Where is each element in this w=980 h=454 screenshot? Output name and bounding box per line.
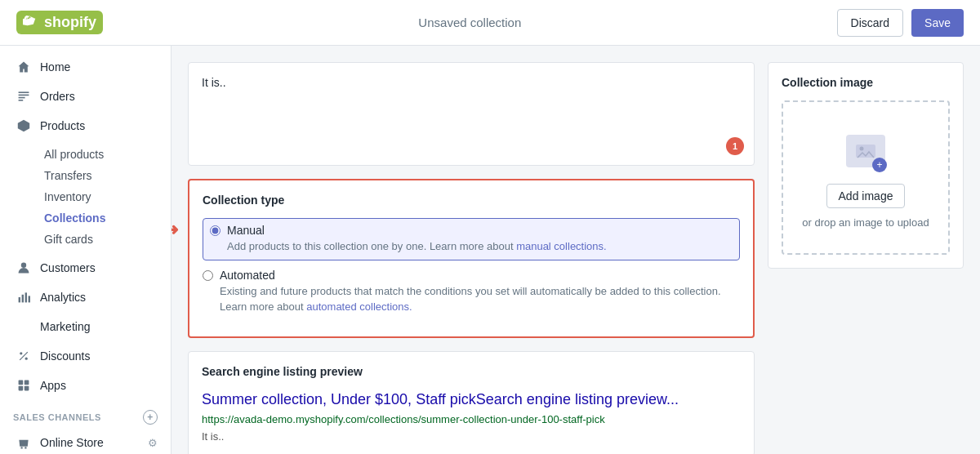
svg-rect-2: [19, 97, 25, 99]
sidebar: Home Orders Products All products Transf…: [0, 46, 172, 454]
svg-rect-7: [25, 292, 27, 302]
collection-type-title: Collection type: [203, 194, 740, 207]
sidebar-item-analytics[interactable]: Analytics: [0, 283, 171, 312]
seo-card: Search engine listing preview Summer col…: [188, 351, 755, 455]
analytics-icon: [16, 289, 32, 305]
apps-icon: [16, 377, 32, 394]
sidebar-label-home: Home: [40, 60, 70, 73]
sidebar-item-home[interactable]: Home: [0, 52, 171, 82]
svg-point-20: [860, 147, 864, 151]
sidebar-label-customers: Customers: [40, 261, 96, 274]
topbar: shopify Unsaved collection Discard Save: [0, 0, 980, 46]
sidebar-sub-all-products[interactable]: All products: [38, 144, 171, 165]
sidebar-sub-transfers[interactable]: Transfers: [38, 165, 171, 186]
svg-rect-1: [19, 95, 29, 96]
manual-collections-link[interactable]: manual collections.: [516, 240, 607, 252]
topbar-actions: Discard Save: [837, 9, 964, 37]
svg-rect-6: [22, 295, 24, 303]
collection-image-title: Collection image: [782, 76, 950, 89]
save-button[interactable]: Save: [911, 9, 964, 37]
svg-rect-14: [19, 386, 24, 391]
add-sales-channel-button[interactable]: +: [143, 410, 158, 425]
logo-text: shopify: [44, 14, 96, 31]
add-image-button[interactable]: Add image: [826, 184, 906, 208]
center-column: It is.. 1 Collection type ➜ Manual Add p…: [188, 62, 755, 454]
online-store-icon: [16, 434, 32, 451]
sidebar-label-analytics: Analytics: [40, 291, 86, 304]
discounts-icon: [16, 348, 32, 364]
sidebar-label-products: Products: [40, 119, 85, 132]
automated-option[interactable]: Automated Existing and future products t…: [203, 269, 740, 315]
sidebar-label-orders: Orders: [40, 90, 75, 103]
main-layout: Home Orders Products All products Transf…: [0, 46, 980, 454]
svg-rect-12: [19, 381, 24, 385]
sidebar-item-marketing[interactable]: Marketing: [0, 312, 171, 341]
home-icon: [16, 59, 32, 75]
svg-rect-5: [19, 297, 20, 302]
manual-label: Manual: [227, 224, 607, 237]
sidebar-item-discounts[interactable]: Discounts: [0, 341, 171, 371]
image-upload-icon: +: [841, 127, 890, 176]
collection-type-card: Collection type ➜ Manual Add products to…: [188, 179, 755, 338]
svg-point-4: [21, 263, 26, 268]
manual-option[interactable]: Manual Add products to this collection o…: [203, 218, 740, 260]
upload-plus-icon: +: [872, 158, 887, 172]
products-icon: [16, 118, 32, 134]
sidebar-item-apps[interactable]: Apps: [0, 371, 171, 400]
svg-point-10: [25, 358, 28, 360]
sidebar-scroll: Home Orders Products All products Transf…: [0, 46, 171, 454]
automated-option-content: Automated Existing and future products t…: [220, 269, 740, 315]
sidebar-item-orders[interactable]: Orders: [0, 82, 171, 111]
arrow-annotation: ➜: [172, 220, 179, 239]
svg-rect-0: [19, 91, 29, 93]
products-submenu: All products Transfers Inventory Collect…: [0, 140, 171, 253]
description-card: It is.. 1: [188, 62, 755, 166]
sidebar-sub-collections[interactable]: Collections: [38, 207, 171, 229]
seo-page-title[interactable]: Summer collection, Under $100, Staff pic…: [202, 389, 741, 410]
seo-url: https://avada-demo.myshopify.com/collect…: [202, 413, 741, 425]
description-textarea[interactable]: It is..: [202, 76, 741, 149]
svg-rect-13: [24, 381, 29, 385]
sales-channels-section: SALES CHANNELS +: [0, 400, 171, 428]
seo-description: It is..: [202, 430, 741, 443]
page-title: Unsaved collection: [418, 16, 521, 29]
marketing-icon: [16, 318, 32, 335]
automated-description: Existing and future products that match …: [220, 283, 740, 315]
sidebar-label-marketing: Marketing: [40, 320, 90, 333]
manual-radio[interactable]: [210, 225, 220, 236]
sales-channels-label: SALES CHANNELS: [13, 412, 101, 422]
svg-rect-15: [24, 386, 29, 391]
customers-icon: [16, 260, 32, 276]
image-placeholder-svg: [854, 141, 877, 161]
automated-collections-link[interactable]: automated collections.: [306, 300, 412, 313]
orders-icon: [16, 88, 32, 105]
sidebar-sub-gift-cards[interactable]: Gift cards: [38, 229, 171, 250]
svg-point-16: [20, 447, 22, 448]
sidebar-label-apps: Apps: [40, 379, 66, 392]
settings-cog-inline[interactable]: ⚙: [148, 437, 158, 449]
manual-desc-text: Add products to this collection one by o…: [227, 240, 514, 252]
svg-rect-3: [19, 100, 24, 101]
sidebar-sub-inventory[interactable]: Inventory: [38, 186, 171, 207]
svg-rect-8: [29, 296, 30, 302]
char-count-badge: 1: [726, 137, 744, 155]
svg-point-9: [20, 352, 22, 354]
manual-option-content: Manual Add products to this collection o…: [227, 224, 607, 255]
right-column: Collection image + Add image o: [768, 62, 964, 269]
topbar-left: shopify: [16, 11, 103, 34]
automated-desc-text: Existing and future products that match …: [220, 285, 721, 314]
sidebar-item-online-store[interactable]: Online Store ⚙: [0, 428, 171, 454]
manual-description: Add products to this collection one by o…: [227, 238, 607, 255]
sidebar-item-customers[interactable]: Customers: [0, 253, 171, 283]
automated-label: Automated: [220, 269, 740, 282]
main-content: It is.. 1 Collection type ➜ Manual Add p…: [172, 46, 980, 454]
discard-button[interactable]: Discard: [837, 9, 903, 37]
shopify-icon: [23, 16, 38, 30]
drop-hint: or drop an image to upload: [802, 216, 929, 229]
image-upload-area[interactable]: + Add image or drop an image to upload: [782, 100, 950, 255]
shopify-logo: shopify: [16, 11, 103, 34]
sidebar-item-products[interactable]: Products: [0, 111, 171, 140]
automated-radio[interactable]: [203, 270, 213, 281]
sidebar-label-discounts: Discounts: [40, 349, 90, 363]
seo-section-title: Search engine listing preview: [202, 365, 741, 378]
